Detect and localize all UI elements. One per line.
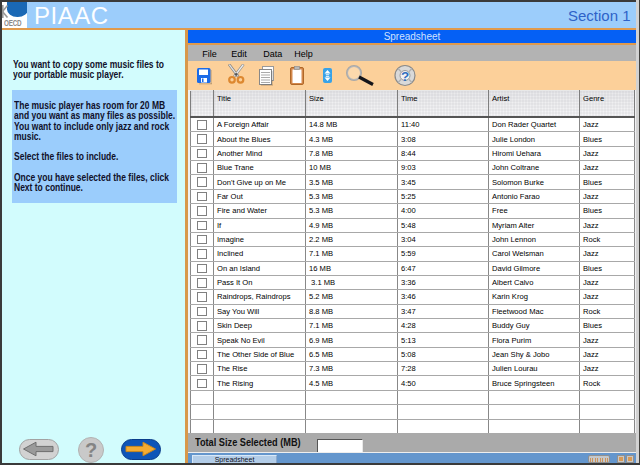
svg-text:?: ? [401, 68, 409, 83]
